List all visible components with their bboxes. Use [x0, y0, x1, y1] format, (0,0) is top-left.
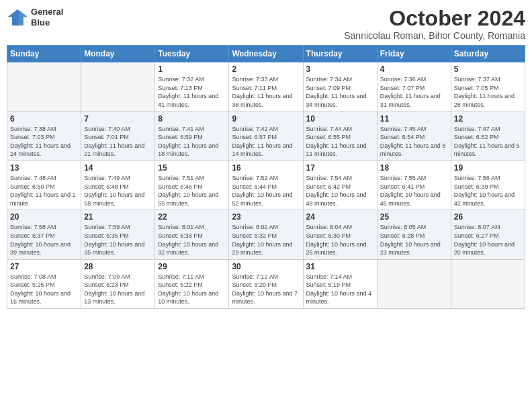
day-number: 5 — [454, 64, 522, 74]
calendar-day-cell: 2Sunrise: 7:33 AM Sunset: 7:11 PM Daylig… — [229, 62, 303, 111]
day-number: 26 — [454, 212, 522, 222]
day-info: Sunrise: 7:14 AM Sunset: 5:19 PM Dayligh… — [306, 273, 374, 306]
day-info: Sunrise: 7:51 AM Sunset: 6:46 PM Dayligh… — [158, 174, 226, 208]
day-number: 27 — [10, 262, 78, 271]
day-number: 7 — [84, 114, 152, 124]
day-number: 12 — [454, 114, 522, 124]
calendar-day-cell: 27Sunrise: 7:08 AM Sunset: 5:25 PM Dayli… — [7, 259, 81, 308]
calendar-day-cell: 3Sunrise: 7:34 AM Sunset: 7:09 PM Daylig… — [303, 62, 377, 111]
day-info: Sunrise: 7:52 AM Sunset: 6:44 PM Dayligh… — [232, 174, 300, 208]
day-info: Sunrise: 7:42 AM Sunset: 6:57 PM Dayligh… — [232, 125, 300, 158]
calendar-day-cell: 26Sunrise: 8:07 AM Sunset: 6:27 PM Dayli… — [451, 210, 525, 259]
day-number: 2 — [232, 64, 300, 74]
calendar-day-cell: 13Sunrise: 7:48 AM Sunset: 6:50 PM Dayli… — [7, 161, 81, 210]
logo-text: General Blue — [31, 7, 63, 28]
calendar-day-cell: 4Sunrise: 7:36 AM Sunset: 7:07 PM Daylig… — [377, 62, 451, 111]
logo-line2: Blue — [31, 17, 63, 28]
page-header: General Blue October 2024 Sannicolau Rom… — [7, 7, 525, 41]
location-subtitle: Sannicolau Roman, Bihor County, Romania — [344, 30, 525, 41]
day-number: 13 — [10, 163, 78, 173]
day-info: Sunrise: 7:47 AM Sunset: 6:52 PM Dayligh… — [454, 125, 522, 158]
day-info: Sunrise: 8:01 AM Sunset: 6:33 PM Dayligh… — [158, 223, 226, 257]
day-info: Sunrise: 7:11 AM Sunset: 5:22 PM Dayligh… — [158, 273, 226, 306]
day-info: Sunrise: 7:59 AM Sunset: 6:35 PM Dayligh… — [84, 223, 152, 257]
logo-icon — [7, 8, 28, 27]
calendar-day-cell — [451, 259, 525, 308]
calendar-day-cell: 16Sunrise: 7:52 AM Sunset: 6:44 PM Dayli… — [229, 161, 303, 210]
day-number: 28 — [84, 262, 152, 271]
day-number: 1 — [158, 64, 226, 74]
weekday-header: Friday — [377, 46, 451, 62]
day-number: 29 — [158, 262, 226, 271]
day-info: Sunrise: 7:09 AM Sunset: 5:23 PM Dayligh… — [84, 273, 152, 306]
calendar-day-cell: 30Sunrise: 7:12 AM Sunset: 5:20 PM Dayli… — [229, 259, 303, 308]
calendar-day-cell: 5Sunrise: 7:37 AM Sunset: 7:05 PM Daylig… — [451, 62, 525, 111]
calendar-day-cell — [377, 259, 451, 308]
calendar-day-cell: 10Sunrise: 7:44 AM Sunset: 6:55 PM Dayli… — [303, 111, 377, 161]
day-number: 17 — [306, 163, 374, 173]
day-info: Sunrise: 7:36 AM Sunset: 7:07 PM Dayligh… — [380, 75, 448, 109]
calendar-day-cell: 8Sunrise: 7:41 AM Sunset: 6:59 PM Daylig… — [155, 111, 229, 161]
day-number: 18 — [380, 163, 448, 173]
day-info: Sunrise: 7:48 AM Sunset: 6:50 PM Dayligh… — [10, 174, 78, 208]
logo-line1: General — [31, 7, 63, 17]
day-info: Sunrise: 7:55 AM Sunset: 6:41 PM Dayligh… — [380, 174, 448, 208]
calendar-day-cell — [81, 62, 155, 111]
calendar-day-cell — [7, 62, 81, 111]
day-info: Sunrise: 7:33 AM Sunset: 7:11 PM Dayligh… — [232, 75, 300, 109]
calendar-day-cell: 20Sunrise: 7:58 AM Sunset: 6:37 PM Dayli… — [7, 210, 81, 259]
day-number: 16 — [232, 163, 300, 173]
calendar-day-cell: 31Sunrise: 7:14 AM Sunset: 5:19 PM Dayli… — [303, 259, 377, 308]
day-info: Sunrise: 8:05 AM Sunset: 6:28 PM Dayligh… — [380, 223, 448, 257]
calendar-day-cell: 22Sunrise: 8:01 AM Sunset: 6:33 PM Dayli… — [155, 210, 229, 259]
day-number: 6 — [10, 114, 78, 124]
day-info: Sunrise: 7:45 AM Sunset: 6:54 PM Dayligh… — [380, 125, 448, 158]
weekday-header: Saturday — [451, 46, 525, 62]
day-number: 14 — [84, 163, 152, 173]
calendar-table: SundayMondayTuesdayWednesdayThursdayFrid… — [7, 45, 525, 309]
logo: General Blue — [7, 7, 63, 28]
day-number: 24 — [306, 212, 374, 222]
calendar-day-cell: 19Sunrise: 7:56 AM Sunset: 6:39 PM Dayli… — [451, 161, 525, 210]
calendar-day-cell: 18Sunrise: 7:55 AM Sunset: 6:41 PM Dayli… — [377, 161, 451, 210]
calendar-day-cell: 15Sunrise: 7:51 AM Sunset: 6:46 PM Dayli… — [155, 161, 229, 210]
weekday-header: Wednesday — [229, 46, 303, 62]
calendar-day-cell: 1Sunrise: 7:32 AM Sunset: 7:13 PM Daylig… — [155, 62, 229, 111]
calendar-day-cell: 25Sunrise: 8:05 AM Sunset: 6:28 PM Dayli… — [377, 210, 451, 259]
day-info: Sunrise: 7:32 AM Sunset: 7:13 PM Dayligh… — [158, 75, 226, 109]
day-info: Sunrise: 8:04 AM Sunset: 6:30 PM Dayligh… — [306, 223, 374, 257]
day-number: 9 — [232, 114, 300, 124]
day-info: Sunrise: 7:40 AM Sunset: 7:01 PM Dayligh… — [84, 125, 152, 158]
day-number: 4 — [380, 64, 448, 74]
weekday-header: Tuesday — [155, 46, 229, 62]
calendar-day-cell: 7Sunrise: 7:40 AM Sunset: 7:01 PM Daylig… — [81, 111, 155, 161]
calendar-day-cell: 21Sunrise: 7:59 AM Sunset: 6:35 PM Dayli… — [81, 210, 155, 259]
calendar-day-cell: 12Sunrise: 7:47 AM Sunset: 6:52 PM Dayli… — [451, 111, 525, 161]
calendar-day-cell: 28Sunrise: 7:09 AM Sunset: 5:23 PM Dayli… — [81, 259, 155, 308]
calendar-day-cell: 14Sunrise: 7:49 AM Sunset: 6:48 PM Dayli… — [81, 161, 155, 210]
calendar-day-cell: 29Sunrise: 7:11 AM Sunset: 5:22 PM Dayli… — [155, 259, 229, 308]
day-info: Sunrise: 7:56 AM Sunset: 6:39 PM Dayligh… — [454, 174, 522, 208]
day-info: Sunrise: 7:41 AM Sunset: 6:59 PM Dayligh… — [158, 125, 226, 158]
day-info: Sunrise: 7:38 AM Sunset: 7:03 PM Dayligh… — [10, 125, 78, 158]
calendar-week-row: 6Sunrise: 7:38 AM Sunset: 7:03 PM Daylig… — [7, 111, 525, 161]
day-info: Sunrise: 7:34 AM Sunset: 7:09 PM Dayligh… — [306, 75, 374, 109]
calendar-week-row: 1Sunrise: 7:32 AM Sunset: 7:13 PM Daylig… — [7, 62, 525, 111]
calendar-day-cell: 9Sunrise: 7:42 AM Sunset: 6:57 PM Daylig… — [229, 111, 303, 161]
weekday-header: Monday — [81, 46, 155, 62]
weekday-header: Thursday — [303, 46, 377, 62]
day-number: 15 — [158, 163, 226, 173]
day-info: Sunrise: 7:49 AM Sunset: 6:48 PM Dayligh… — [84, 174, 152, 208]
day-number: 19 — [454, 163, 522, 173]
day-number: 3 — [306, 64, 374, 74]
day-info: Sunrise: 7:12 AM Sunset: 5:20 PM Dayligh… — [232, 273, 300, 306]
day-info: Sunrise: 7:37 AM Sunset: 7:05 PM Dayligh… — [454, 75, 522, 109]
day-info: Sunrise: 8:07 AM Sunset: 6:27 PM Dayligh… — [454, 223, 522, 257]
day-number: 20 — [10, 212, 78, 222]
day-number: 23 — [232, 212, 300, 222]
calendar-day-cell: 24Sunrise: 8:04 AM Sunset: 6:30 PM Dayli… — [303, 210, 377, 259]
day-number: 31 — [306, 262, 374, 271]
day-number: 11 — [380, 114, 448, 124]
title-block: October 2024 Sannicolau Roman, Bihor Cou… — [344, 7, 525, 41]
calendar-week-row: 20Sunrise: 7:58 AM Sunset: 6:37 PM Dayli… — [7, 210, 525, 259]
